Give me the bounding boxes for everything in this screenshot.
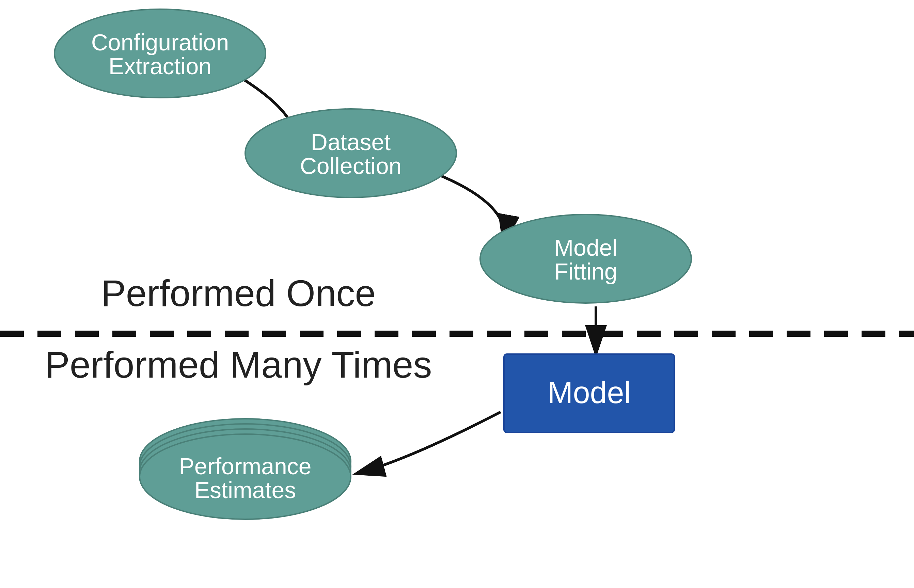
arrow-dataset-to-model-fitting bbox=[436, 174, 505, 242]
dataset-collection-label-line1: Dataset bbox=[311, 129, 391, 155]
performance-estimates-label-line2: Estimates bbox=[194, 477, 296, 503]
diagram-container: Performed Once Performed Many Times Perf… bbox=[0, 0, 914, 588]
config-extraction-label-line1: Configuration bbox=[91, 29, 229, 55]
config-extraction-label-line2: Extraction bbox=[109, 53, 212, 79]
arrow-model-to-performance bbox=[358, 412, 501, 473]
performed-many-times-label: Performed Many Times bbox=[45, 344, 432, 385]
model-fitting-label-line2: Fitting bbox=[554, 258, 617, 284]
model-label: Model bbox=[547, 376, 631, 410]
model-fitting-label-line1: Model bbox=[554, 234, 617, 260]
performance-estimates-label-line1: Performance bbox=[179, 453, 311, 479]
main-diagram-svg: Performed Once Performed Many Times Perf… bbox=[0, 0, 914, 588]
dataset-collection-label-line2: Collection bbox=[300, 153, 402, 179]
performed-once-label: Performed Once bbox=[101, 272, 376, 314]
